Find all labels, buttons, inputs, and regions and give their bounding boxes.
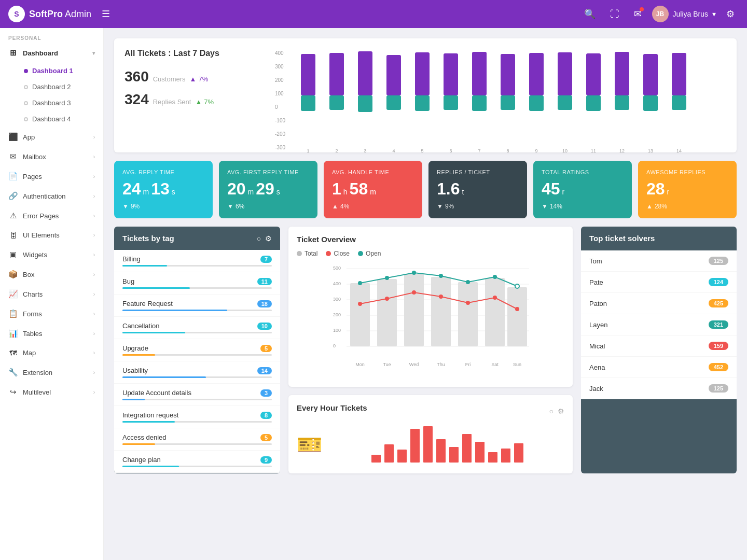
svg-rect-68	[507, 287, 527, 346]
chevron-right-icon: ›	[93, 252, 95, 258]
svg-rect-33	[529, 95, 544, 111]
sidebar-item-map[interactable]: 🗺 Map ›	[0, 343, 103, 362]
pages-icon: 📄	[8, 172, 18, 181]
svg-rect-41	[615, 52, 629, 95]
chevron-right-icon: ›	[93, 311, 95, 317]
svg-rect-94	[423, 426, 433, 463]
sidebar-item-widgets[interactable]: ▣ Widgets ›	[0, 245, 103, 264]
svg-text:8: 8	[506, 148, 509, 152]
stat-card-awesome-replies: Awesome Replies 28r ▲28%	[638, 161, 737, 218]
settings-icon[interactable]: ⚙	[722, 6, 739, 22]
chevron-right-icon: ›	[93, 174, 95, 179]
sidebar-item-extension[interactable]: 🔧 Extension ›	[0, 362, 103, 382]
list-item: Aena 452	[581, 357, 737, 378]
list-item: Feature Request 18	[114, 295, 280, 317]
list-item: Bug 11	[114, 272, 280, 295]
legend-open: Open	[358, 250, 381, 257]
sidebar-item-dashboard4[interactable]: Dashboard 4	[16, 111, 103, 127]
tables-icon: 📊	[8, 329, 18, 338]
stat-card-value: 24m 13s	[122, 179, 204, 199]
svg-text:11: 11	[591, 148, 596, 152]
svg-text:Wed: Wed	[409, 362, 419, 367]
svg-rect-42	[615, 95, 629, 110]
svg-text:400: 400	[333, 281, 341, 286]
svg-text:10: 10	[562, 148, 568, 152]
svg-rect-100	[501, 449, 510, 463]
svg-text:200: 200	[333, 312, 341, 317]
topnav: S SoftPro Admin ☰ 🔍 ⛶ ✉ JB Juliya Brus ▾…	[0, 0, 747, 28]
dot-icon	[24, 85, 28, 89]
eh-circle-icon[interactable]: ○	[549, 407, 554, 415]
svg-rect-97	[462, 434, 472, 463]
brand-name: SoftPro Admin	[29, 9, 91, 20]
stat-card-title: Awesome Replies	[646, 169, 728, 175]
sidebar-section-label: PERSONAL	[0, 28, 103, 43]
eh-settings-icon[interactable]: ⚙	[558, 407, 564, 415]
dot-icon	[24, 101, 28, 105]
svg-rect-98	[475, 442, 485, 463]
multilevel-icon: ↪	[8, 387, 18, 397]
top-solvers-card: Top ticket solvers Tom 125 Pate 124 Pato…	[581, 227, 737, 473]
svg-rect-18	[386, 95, 401, 110]
svg-rect-93	[410, 429, 420, 463]
extension-icon: 🔧	[8, 368, 18, 377]
sidebar-item-tables[interactable]: 📊 Tables ›	[0, 324, 103, 343]
sidebar-item-dashboard[interactable]: ⊞ Dashboard ▾	[0, 43, 103, 63]
svg-text:1: 1	[307, 148, 309, 152]
stat-card-value: 20m 29s	[227, 179, 309, 199]
svg-text:0: 0	[333, 343, 336, 348]
list-item: Usability 14	[114, 361, 280, 384]
svg-rect-90	[371, 455, 381, 463]
fullscreen-icon[interactable]: ⛶	[606, 7, 624, 22]
sidebar-item-mailbox[interactable]: ✉ Mailbox ›	[0, 147, 103, 166]
legend-close: Close	[326, 250, 350, 257]
chevron-right-icon: ›	[93, 331, 95, 337]
svg-rect-8	[301, 54, 315, 95]
sidebar-item-app[interactable]: ⬛ App ›	[0, 127, 103, 147]
svg-rect-96	[449, 447, 459, 463]
bottom-row: Tickets by tag ○ ⚙ Billing 7	[114, 227, 737, 473]
svg-rect-44	[643, 54, 658, 95]
svg-rect-9	[301, 95, 315, 111]
chevron-right-icon: ›	[93, 350, 95, 356]
tbt-circle-icon[interactable]: ○	[257, 234, 261, 243]
svg-rect-65	[431, 277, 451, 346]
svg-point-70	[385, 276, 389, 280]
stat-card-avg-reply: Avg. Reply Time 24m 13s ▼9%	[114, 161, 213, 218]
menu-icon[interactable]: ☰	[98, 6, 114, 22]
ticket-overview-chart: 500 400 300 200 100 0	[297, 262, 564, 376]
sidebar-item-dashboard3[interactable]: Dashboard 3	[16, 95, 103, 111]
svg-point-75	[515, 284, 519, 288]
stat-card-value: 1.6t	[437, 179, 519, 199]
sidebar-item-charts[interactable]: 📈 Charts ›	[0, 284, 103, 304]
svg-rect-67	[485, 278, 505, 346]
chevron-right-icon: ›	[93, 154, 95, 160]
sidebar-item-dashboard1[interactable]: Dashboard 1	[16, 63, 103, 79]
user-menu[interactable]: JB Juliya Brus ▾	[652, 6, 716, 22]
notification-icon[interactable]: ✉	[630, 6, 646, 22]
tickets-by-tag-card: Tickets by tag ○ ⚙ Billing 7	[114, 227, 280, 473]
list-item: Cancellation 10	[114, 317, 280, 339]
replies-count: 324	[125, 91, 149, 108]
svg-text:100: 100	[275, 91, 284, 96]
stat-cards-row: Avg. Reply Time 24m 13s ▼9% Avg. First R…	[114, 161, 737, 218]
svg-rect-35	[558, 52, 572, 95]
sidebar-item-forms[interactable]: 📋 Forms ›	[0, 304, 103, 324]
sidebar-item-pages[interactable]: 📄 Pages ›	[0, 166, 103, 186]
main-content: All Tickets : Last 7 Days 360 Customers …	[104, 28, 747, 560]
at-left: All Tickets : Last 7 Days 360 Customers …	[125, 49, 228, 114]
tbt-title: Tickets by tag	[122, 234, 174, 243]
sidebar-item-box[interactable]: 📦 Box ›	[0, 264, 103, 284]
svg-rect-20	[415, 52, 430, 95]
svg-rect-63	[377, 279, 397, 346]
sidebar-item-authentication[interactable]: 🔗 Authentication ›	[0, 186, 103, 206]
error-icon: ⚠	[8, 211, 18, 220]
sidebar-item-dashboard2[interactable]: Dashboard 2	[16, 79, 103, 95]
sidebar-item-multilevel[interactable]: ↪ Multilevel ›	[0, 382, 103, 402]
svg-point-79	[439, 295, 443, 299]
tbt-settings-icon[interactable]: ⚙	[265, 234, 272, 243]
svg-rect-12	[329, 95, 344, 110]
search-icon[interactable]: 🔍	[580, 6, 600, 22]
sidebar-item-ui-elements[interactable]: 🎛 UI Elements ›	[0, 226, 103, 245]
sidebar-item-error-pages[interactable]: ⚠ Error Pages ›	[0, 206, 103, 226]
